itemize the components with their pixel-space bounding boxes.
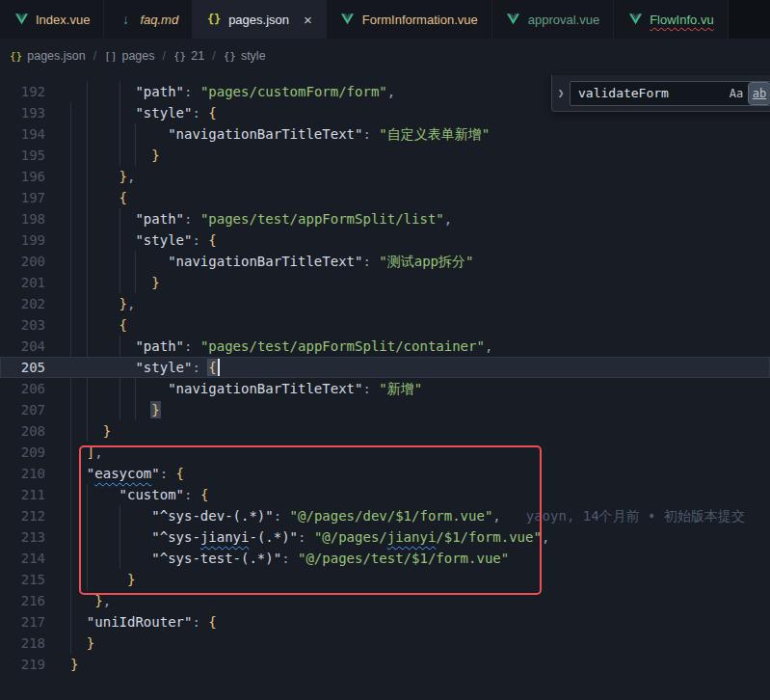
code-content[interactable]: "easycom": { <box>45 463 184 484</box>
code-token: "^sys-test-(.*)" <box>151 551 281 566</box>
code-content[interactable]: "navigationBarTitleText": "测试app拆分" <box>45 251 473 272</box>
code-token <box>70 508 151 524</box>
tab-index-vue[interactable]: Index.vue <box>0 0 104 39</box>
code-content[interactable]: } <box>45 569 135 590</box>
code-content[interactable]: } <box>45 420 111 442</box>
code-line[interactable]: 204 "path": "pages/test/appFormSplit/con… <box>0 336 770 357</box>
code-token: : <box>184 211 200 227</box>
code-token: : <box>274 508 290 524</box>
code-content[interactable]: } <box>45 145 160 166</box>
breadcrumb: {}pages.json/[]pages/{}21/{}style <box>0 39 770 73</box>
code-content[interactable]: "navigationBarTitleText": "新增" <box>45 378 422 399</box>
breadcrumb-label: style <box>241 49 266 63</box>
code-content[interactable]: } <box>45 633 94 654</box>
code-content[interactable]: { <box>45 314 127 336</box>
tab-faq-md[interactable]: ↓faq.md <box>104 0 193 39</box>
code-line[interactable]: 219} <box>0 654 770 675</box>
code-content[interactable]: "style": { <box>45 229 217 251</box>
code-line[interactable]: 209 ], <box>0 442 770 463</box>
code-line[interactable]: 214 "^sys-test-(.*)": "@/pages/test/$1/f… <box>0 548 770 569</box>
code-content[interactable]: "navigationBarTitleText": "自定义表单新增" <box>45 123 490 145</box>
code-token: , <box>94 444 102 460</box>
code-token <box>70 466 87 481</box>
breadcrumb-item-pages[interactable]: []pages <box>104 49 154 63</box>
code-line[interactable]: 216 }, <box>0 590 770 611</box>
array-brackets-icon: [] <box>104 50 117 63</box>
code-token <box>70 381 168 396</box>
code-token: , <box>542 529 549 545</box>
code-line[interactable]: 201 } <box>0 272 770 293</box>
tab-flowinfo-vu[interactable]: FlowInfo.vu <box>614 0 728 39</box>
code-line[interactable]: 218 } <box>0 633 770 654</box>
match-case-icon[interactable]: Aa <box>726 83 747 104</box>
code-token <box>70 84 135 99</box>
editor[interactable]: 192 "path": "pages/customForm/form",193 … <box>0 73 770 700</box>
code-line[interactable]: 206 "navigationBarTitleText": "新增" <box>0 378 770 399</box>
code-line[interactable]: 207 } <box>0 399 770 420</box>
code-content[interactable]: ], <box>45 442 103 463</box>
breadcrumb-item-style[interactable]: {}style <box>224 49 266 63</box>
find-query[interactable]: validateForm <box>578 83 724 104</box>
code-line[interactable]: 211 "custom": { <box>0 484 770 505</box>
code-content[interactable]: "path": "pages/test/appFormSplit/list", <box>45 208 452 229</box>
code-line[interactable]: 197 { <box>0 187 770 208</box>
code-content[interactable]: "path": "pages/customForm/form", <box>45 81 395 102</box>
code-content[interactable]: } <box>45 654 78 675</box>
code-content[interactable]: }, <box>45 590 111 611</box>
code-token: "path" <box>135 84 184 99</box>
code-line[interactable]: 198 "path": "pages/test/appFormSplit/lis… <box>0 208 770 229</box>
code-content[interactable]: }, <box>45 293 135 314</box>
code-content[interactable]: "custom": { <box>45 484 208 505</box>
breadcrumb-item-pages.json[interactable]: {}pages.json <box>10 49 86 63</box>
code-token: } <box>119 296 127 311</box>
find-input[interactable]: validateForm Aa ab .* <box>570 81 770 106</box>
code-line[interactable]: 196 }, <box>0 166 770 187</box>
code-line[interactable]: 217 "uniIdRouter": { <box>0 611 770 633</box>
tab-pages-json[interactable]: {}pages.json× <box>193 0 327 39</box>
close-icon[interactable]: × <box>304 13 312 27</box>
line-number: 197 <box>0 187 45 208</box>
line-number: 194 <box>0 123 45 145</box>
code-content[interactable]: "^sys-jianyi-(.*)": "@/pages/jianyi/$1/f… <box>45 526 549 548</box>
code-content[interactable]: } <box>45 399 160 420</box>
code-line[interactable]: 200 "navigationBarTitleText": "测试app拆分" <box>0 251 770 272</box>
code-line[interactable]: 203 { <box>0 314 770 336</box>
code-line[interactable]: 208 } <box>0 420 770 442</box>
code-token: : <box>184 487 200 502</box>
markdown-icon: ↓ <box>118 12 133 27</box>
code-line[interactable]: 199 "style": { <box>0 229 770 251</box>
code-line[interactable]: 212 "^sys-dev-(.*)": "@/pages/dev/$1/for… <box>0 505 770 526</box>
code-content[interactable]: }, <box>45 166 135 187</box>
code-content[interactable]: "path": "pages/test/appFormSplit/contain… <box>45 336 492 357</box>
breadcrumb-item-21[interactable]: {}21 <box>173 49 204 63</box>
code-line[interactable]: 194 "navigationBarTitleText": "自定义表单新增" <box>0 123 770 145</box>
code-token <box>70 169 119 184</box>
code-line[interactable]: 215 } <box>0 569 770 590</box>
code-content[interactable]: "style": { <box>45 102 217 123</box>
code-content[interactable]: "^sys-test-(.*)": "@/pages/test/$1/form.… <box>45 548 509 569</box>
code-line[interactable]: 195 } <box>0 145 770 166</box>
code-line[interactable]: 205 "style": { <box>0 357 770 378</box>
line-number: 208 <box>0 420 45 442</box>
line-number: 202 <box>0 293 45 314</box>
code-line[interactable]: 213 "^sys-jianyi-(.*)": "@/pages/jianyi/… <box>0 526 770 548</box>
code-token <box>70 232 135 248</box>
code-token <box>70 211 135 227</box>
tab-approval-vue[interactable]: approval.vue <box>492 0 614 39</box>
code-content[interactable]: } <box>45 272 160 293</box>
code-line[interactable]: 210 "easycom": { <box>0 463 770 484</box>
code-line[interactable]: 202 }, <box>0 293 770 314</box>
code-token: } <box>87 635 94 651</box>
tab-forminformation-vue[interactable]: FormInformation.vue <box>327 0 492 39</box>
breadcrumb-separator: / <box>93 49 96 63</box>
code-token: : <box>192 105 208 121</box>
whole-word-icon[interactable]: ab <box>749 83 770 104</box>
line-number: 210 <box>0 463 45 484</box>
toggle-replace-icon[interactable]: ❯ <box>552 79 570 107</box>
code-content[interactable]: "style": { <box>45 357 220 378</box>
code-content[interactable]: "uniIdRouter": { <box>45 611 217 633</box>
code-content[interactable]: "^sys-dev-(.*)": "@/pages/dev/$1/form.vu… <box>45 505 745 526</box>
code-content[interactable]: { <box>45 187 127 208</box>
line-number: 204 <box>0 336 45 357</box>
vue-icon <box>340 12 356 27</box>
